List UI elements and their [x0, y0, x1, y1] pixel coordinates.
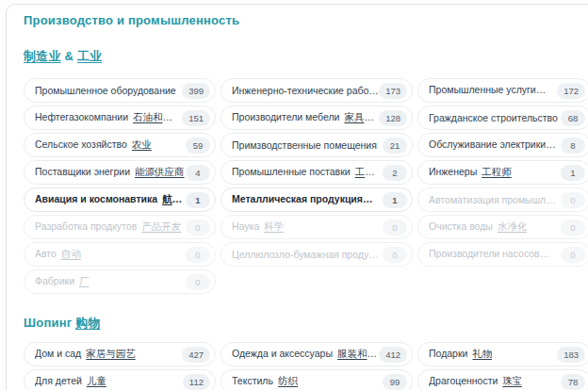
count-badge: 0 [561, 247, 585, 263]
category-label: Производители насосов泵制造商 [429, 248, 561, 261]
count-badge: 4 [186, 165, 210, 181]
count-badge: 0 [186, 219, 210, 236]
category-pill[interactable]: Подарки礼物183 [417, 342, 588, 366]
category-pill[interactable]: Обслуживание электрики电气维护8 [417, 133, 588, 157]
heading-part: 制造业 [24, 49, 61, 63]
page-title: Производство и промышленность [7, 13, 588, 27]
label-ru: Промышленные поставки [232, 166, 351, 177]
category-pill[interactable]: Металлическая продукция金属制品1 [220, 187, 413, 212]
heading-part: Шопинг [24, 316, 75, 330]
label-ru: Наука [232, 220, 259, 232]
count-badge: 0 [561, 219, 585, 236]
label-ru: Инженеры [429, 166, 477, 177]
label-ru: Текстиль [232, 375, 273, 386]
category-grid-manufacturing: Промышленное оборудование399Инженерно-те… [7, 78, 588, 294]
label-ru: Подарки [429, 348, 467, 359]
label-zh: 工程师 [482, 166, 512, 177]
label-zh: 纺织 [278, 375, 298, 386]
label-ru: Дом и сад [35, 348, 81, 359]
heading-part: 购物 [75, 316, 100, 330]
label-ru: Для детей [35, 375, 82, 386]
category-pill: Очистка воды水净化0 [417, 215, 588, 239]
category-label: Авто自动 [35, 248, 81, 261]
category-pill[interactable]: Сельское хозяйство农业59 [24, 133, 216, 157]
count-badge: 412 [379, 347, 407, 363]
heading-part: 工业 [77, 49, 102, 63]
heading-part: & [61, 49, 77, 63]
label-ru: Фабрики [35, 275, 74, 286]
label-zh: 家具制造商 [344, 111, 379, 122]
category-pill[interactable]: Инженеры工程师1 [417, 160, 588, 185]
label-zh: 家居与园艺 [86, 348, 136, 359]
label-ru: Гражданское строительство [429, 112, 558, 123]
category-pill[interactable]: Поставщики энегрии能源供应商4 [24, 160, 216, 185]
category-pill[interactable]: Производители мебели家具制造商128 [220, 106, 413, 130]
label-zh: 石油和天然气公司 [133, 111, 182, 122]
category-pill[interactable]: Драгоценности珠宝78 [417, 369, 588, 390]
label-ru: Поставщики энегрии [35, 166, 130, 177]
category-label: Металлическая продукция金属制品 [232, 193, 383, 206]
count-badge: 427 [182, 347, 210, 363]
category-label: Промышленные услуги工业服务 [429, 84, 557, 97]
count-badge: 173 [379, 83, 407, 99]
label-ru: Очистка воды [429, 220, 493, 232]
category-label: Целлюлозло-бумажная продукция [232, 249, 383, 260]
count-badge: 59 [186, 138, 210, 154]
category-pill[interactable]: Промышленные поставки工业用品2 [220, 160, 413, 185]
category-pill[interactable]: Авиация и космонавтика航空和宇航1 [24, 187, 216, 212]
label-ru: Целлюлозло-бумажная продукция [232, 249, 383, 260]
category-pill: Авто自动0 [24, 242, 216, 267]
category-label: Текстиль纺织 [232, 375, 298, 388]
category-pill[interactable]: Для детей儿童112 [24, 369, 216, 390]
category-pill: Целлюлозло-бумажная продукция0 [220, 242, 413, 267]
category-pill[interactable]: Примзводственные помещения21 [220, 133, 413, 157]
category-label: Сельское хозяйство农业 [35, 138, 152, 152]
category-label: Очистка воды水净化 [429, 220, 527, 234]
count-badge: 172 [557, 83, 585, 99]
category-label: Производители мебели家具制造商 [232, 111, 379, 124]
label-ru: Авто [35, 248, 57, 259]
category-label: Промышленные поставки工业用品 [232, 166, 383, 179]
count-badge: 2 [383, 165, 407, 181]
section-manufacturing: 制造业 & 工业Промышленное оборудование399Инже… [7, 48, 588, 294]
category-pill[interactable]: Нефтегазокомпании石油和天然气公司151 [24, 106, 216, 130]
category-pill[interactable]: Промышленные услуги工业服务172 [417, 78, 588, 103]
label-ru: Производители насосов [429, 248, 549, 259]
category-pill: Разработка продкутов产品开发0 [24, 215, 216, 239]
count-badge: 0 [383, 247, 407, 263]
category-pill[interactable]: Гражданское строительство68 [417, 106, 588, 130]
category-pill[interactable]: Промышленное оборудование399 [24, 78, 216, 103]
label-ru: Авиация и космонавтика [35, 193, 157, 204]
category-pill[interactable]: Одежда и аксессуары服装和配饰412 [220, 342, 413, 366]
category-label: Инженеры工程师 [429, 166, 512, 179]
label-ru: Производители мебели [232, 111, 339, 122]
count-badge: 21 [383, 138, 407, 154]
count-badge: 0 [186, 274, 210, 290]
count-badge: 128 [379, 110, 407, 126]
category-pill[interactable]: Дом и сад家居与园艺427 [24, 342, 216, 366]
count-badge: 151 [182, 110, 210, 126]
category-label: Подарки礼物 [429, 348, 492, 361]
label-zh: 工业用品 [355, 166, 383, 177]
label-ru: Разработка продкутов [35, 220, 137, 232]
section-shopping: Шопинг 购物Дом и сад家居与园艺427Одежда и аксес… [7, 315, 588, 390]
category-pill: Наука科学0 [220, 215, 413, 239]
category-pill[interactable]: Инженерно-технические работы173 [220, 78, 413, 103]
count-badge: 1 [561, 165, 585, 181]
section-heading-manufacturing[interactable]: 制造业 & 工业 [7, 48, 588, 65]
category-label: Наука科学 [232, 220, 284, 234]
count-badge: 1 [383, 192, 407, 208]
count-badge: 112 [183, 374, 210, 390]
label-ru: Обслуживание электрики [429, 138, 556, 150]
category-label: Примзводственные помещения [232, 139, 377, 151]
category-label: Поставщики энегрии能源供应商 [35, 166, 185, 179]
category-label: Дом и сад家居与园艺 [35, 348, 136, 361]
label-zh: 礼物 [472, 348, 492, 359]
count-badge: 8 [561, 138, 585, 154]
section-heading-shopping[interactable]: Шопинг 购物 [7, 315, 588, 332]
label-ru: Одежда и аксессуары [232, 348, 333, 359]
category-label: Драгоценности珠宝 [429, 375, 522, 388]
category-pill[interactable]: Текстиль纺织99 [220, 369, 413, 390]
label-zh: 珠宝 [502, 375, 522, 386]
sections-container: 制造业 & 工业Промышленное оборудование399Инже… [7, 48, 588, 390]
